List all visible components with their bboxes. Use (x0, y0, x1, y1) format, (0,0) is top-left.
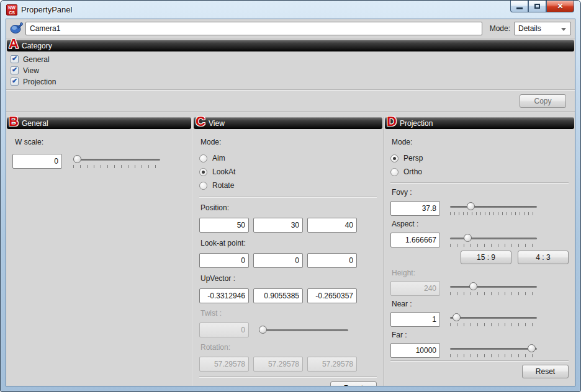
near-label: Near : (392, 300, 569, 308)
rotate-radio-label: Rotate (212, 181, 234, 190)
view-checkbox-label: View (23, 66, 39, 75)
slider-ticks (450, 354, 534, 357)
upvector-label: UpVector : (200, 274, 377, 283)
view-mode-lookat[interactable]: LookAt (199, 167, 377, 177)
w-scale-slider[interactable] (73, 154, 160, 164)
mode-label: Mode: (490, 24, 510, 33)
lookat-y-input[interactable] (253, 253, 303, 268)
divider (6, 111, 575, 112)
upvector-x-input[interactable] (199, 288, 249, 303)
close-icon: ✕ (557, 2, 563, 10)
view-mode-rotate[interactable]: Rotate (199, 180, 377, 190)
height-slider[interactable] (450, 282, 537, 292)
slider-ticks (450, 244, 534, 247)
slider-handle[interactable] (467, 202, 475, 210)
general-checkbox[interactable] (11, 55, 19, 63)
marker-b: B (9, 115, 19, 128)
view-mode-aim[interactable]: Aim (199, 153, 377, 163)
slider-ticks (73, 165, 158, 168)
view-section-title: View (209, 119, 225, 128)
position-x-input[interactable] (199, 218, 249, 233)
category-item-view[interactable]: View (11, 65, 575, 76)
slider-track (261, 329, 348, 331)
slider-handle[interactable] (469, 282, 477, 290)
slider-handle[interactable] (73, 155, 81, 163)
slider-track (450, 206, 537, 208)
position-y-input[interactable] (253, 218, 303, 233)
toolbar: Mode: Details (6, 19, 575, 38)
slider-track (73, 159, 160, 161)
ortho-radio[interactable] (390, 168, 399, 176)
category-item-projection[interactable]: Projection (11, 76, 575, 87)
twist-slider[interactable] (261, 325, 348, 335)
fovy-input[interactable] (390, 201, 440, 216)
rotation-z-input (307, 357, 357, 372)
fovy-slider[interactable] (450, 202, 537, 212)
rotation-y-input (253, 357, 303, 372)
far-slider[interactable] (450, 344, 537, 354)
slider-handle[interactable] (464, 234, 472, 242)
slider-handle[interactable] (453, 313, 461, 321)
position-z-input[interactable] (307, 218, 357, 233)
aspect-slider[interactable] (450, 233, 537, 243)
aim-radio[interactable] (199, 154, 207, 163)
property-panel-window: NW CS PropertyPanel ✕ Mode: Details (0, 0, 581, 392)
ratio-4-3-button[interactable]: 4 : 3 (518, 251, 569, 264)
category-item-general[interactable]: General (11, 54, 575, 65)
property-columns: B General W scale: (6, 117, 575, 386)
aspect-label: Aspect : (392, 220, 569, 228)
category-section-title: Category (22, 42, 52, 50)
w-scale-label: W scale: (15, 138, 186, 146)
window-controls: ✕ (510, 1, 574, 12)
lookat-radio-label: LookAt (212, 167, 235, 176)
marker-c: C (196, 115, 205, 128)
window-title: PropertyPanel (21, 5, 72, 14)
projection-section-header: D Projection (385, 117, 574, 129)
copy-button[interactable]: Copy (520, 94, 566, 108)
titlebar: NW CS PropertyPanel ✕ (1, 1, 580, 19)
content-area: Mode: Details A Category General View Pr… (6, 19, 575, 386)
lookat-x-input[interactable] (199, 253, 249, 268)
projection-mode-ortho[interactable]: Ortho (390, 167, 569, 177)
persp-radio[interactable] (390, 154, 399, 163)
close-button[interactable]: ✕ (546, 1, 574, 12)
slider-handle[interactable] (528, 344, 536, 352)
maximize-button[interactable] (528, 1, 546, 12)
near-slider[interactable] (450, 313, 537, 323)
divider (199, 376, 377, 378)
slider-ticks (450, 212, 534, 215)
app-logo-icon[interactable]: NW CS (6, 4, 17, 16)
near-input[interactable] (390, 312, 440, 327)
slider-handle[interactable] (259, 326, 267, 334)
object-name-input[interactable] (25, 22, 482, 35)
view-section-header: C View (194, 117, 382, 129)
w-scale-input[interactable] (12, 154, 62, 169)
mode-dropdown[interactable]: Details (514, 22, 571, 35)
projection-checkbox-label: Projection (23, 78, 56, 86)
projection-mode-label: Mode: (392, 138, 569, 146)
projection-mode-persp[interactable]: Persp (390, 153, 569, 163)
lookat-z-input[interactable] (307, 253, 357, 268)
view-reset-button[interactable]: Reset (330, 381, 377, 386)
ortho-radio-label: Ortho (403, 167, 422, 176)
rotate-radio[interactable] (199, 182, 207, 190)
far-label: Far : (392, 331, 569, 339)
upvector-z-input[interactable] (307, 288, 357, 303)
minimize-button[interactable] (510, 1, 528, 12)
twist-input (199, 323, 249, 337)
projection-section: D Projection Mode: Persp Ortho Fovy : (384, 117, 575, 386)
lookat-point-label: Look-at point: (200, 239, 377, 247)
height-input (390, 281, 440, 296)
slider-ticks (450, 323, 534, 326)
rotation-x-input (199, 357, 249, 372)
far-input[interactable] (390, 343, 440, 358)
aspect-input[interactable] (390, 233, 440, 247)
projection-reset-button[interactable]: Reset (522, 365, 569, 378)
view-checkbox[interactable] (11, 66, 19, 74)
slider-track (450, 348, 537, 350)
slider-ticks (450, 292, 534, 295)
upvector-y-input[interactable] (253, 288, 303, 303)
lookat-radio[interactable] (199, 168, 207, 176)
projection-checkbox[interactable] (11, 78, 19, 86)
ratio-15-9-button[interactable]: 15 : 9 (461, 251, 511, 264)
